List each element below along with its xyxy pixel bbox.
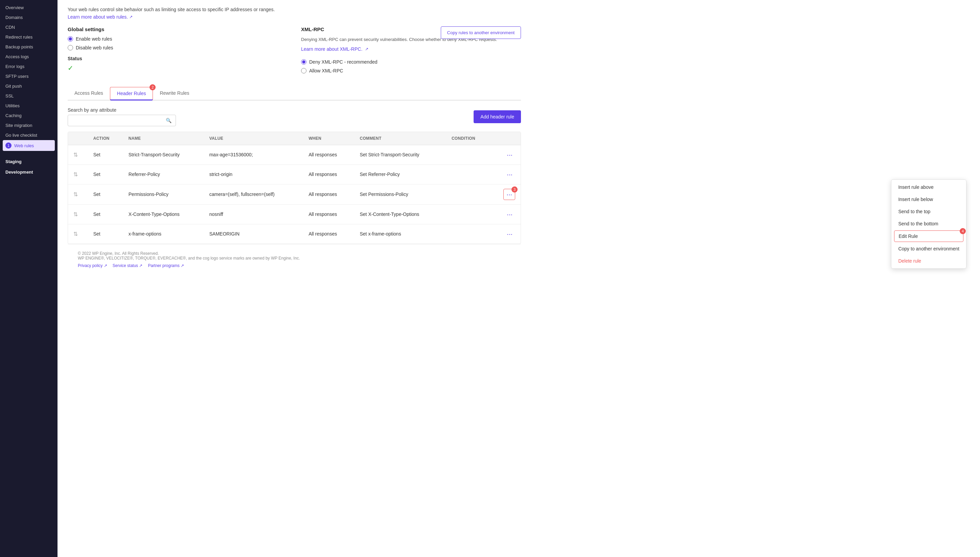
name-cell: Referrer-Policy xyxy=(123,164,204,184)
sidebar-item-git-push[interactable]: Git push xyxy=(0,81,57,91)
status-section: Status ✓ xyxy=(68,56,288,72)
table-row: ⇅ Set X-Content-Type-Options nosniff All… xyxy=(68,204,521,224)
action-cell: Set xyxy=(88,204,123,224)
more-options-button[interactable]: ··· xyxy=(504,209,515,220)
more-cell: 3 ··· xyxy=(491,184,521,204)
more-options-button[interactable]: ··· xyxy=(504,169,515,180)
col-condition: CONDITION xyxy=(446,132,491,145)
context-menu-item-delete-rule[interactable]: Delete rule xyxy=(891,255,966,267)
status-indicator: ✓ xyxy=(68,64,73,72)
footer-link-privacy[interactable]: Privacy policy ↗ xyxy=(78,263,107,268)
deny-xml-rpc-radio[interactable] xyxy=(301,59,307,65)
comment-cell: Set X-Content-Type-Options xyxy=(354,204,446,224)
disable-web-rules-option[interactable]: Disable web rules xyxy=(68,45,288,50)
footer: © 2022 WP Engine, Inc. All Rights Reserv… xyxy=(68,244,521,275)
sidebar-item-caching[interactable]: Caching xyxy=(0,111,57,121)
condition-cell xyxy=(446,224,491,244)
sidebar-item-overview[interactable]: Overview xyxy=(0,3,57,13)
sidebar-item-domains[interactable]: Domains xyxy=(0,13,57,22)
xml-rpc-learn-more-link[interactable]: Learn more about XML-RPC. ↗ xyxy=(301,46,368,52)
sidebar-item-utilities[interactable]: Utilities xyxy=(0,101,57,111)
condition-cell xyxy=(446,164,491,184)
web-rules-badge: 1 xyxy=(5,142,11,148)
description-text: Your web rules control site behavior suc… xyxy=(68,7,521,12)
more-options-button[interactable]: 3 ··· xyxy=(503,189,515,200)
deny-xml-rpc-option[interactable]: Deny XML-RPC - recommended xyxy=(301,59,521,65)
sidebar-item-web-rules-label: Web rules xyxy=(14,143,34,148)
footer-link-partner[interactable]: Partner programs ↗ xyxy=(148,263,184,268)
global-settings: Global settings Enable web rules Disable… xyxy=(68,26,288,79)
rules-tabs: Access Rules 2 Header Rules Rewrite Rule… xyxy=(68,87,521,101)
sidebar-item-web-rules[interactable]: 1 Web rules xyxy=(3,140,55,151)
context-menu-item-copy-env[interactable]: Copy to another environment xyxy=(891,243,966,255)
action-cell: Set xyxy=(88,164,123,184)
name-cell: X-Content-Type-Options xyxy=(123,204,204,224)
footer-link-status[interactable]: Service status ↗ xyxy=(113,263,143,268)
col-action: ACTION xyxy=(88,132,123,145)
copy-rules-button[interactable]: Copy rules to another environment xyxy=(441,26,521,39)
search-input[interactable] xyxy=(72,118,163,123)
table-row: ⇅ Set x-frame-options SAMEORIGIN All res… xyxy=(68,224,521,244)
value-cell: strict-origin xyxy=(204,164,303,184)
drag-handle-icon[interactable]: ⇅ xyxy=(73,212,78,217)
col-actions xyxy=(491,132,521,145)
footer-partner-label: Partner programs xyxy=(148,263,179,268)
tab-rewrite-rules[interactable]: Rewrite Rules xyxy=(153,87,196,101)
footer-status-icon: ↗ xyxy=(139,263,142,268)
sidebar-item-cdn[interactable]: CDN xyxy=(0,22,57,32)
more-options-button[interactable]: ··· xyxy=(504,229,515,239)
sidebar-item-backup-points[interactable]: Backup points xyxy=(0,42,57,52)
content-area: Your web rules control site behavior suc… xyxy=(57,0,531,282)
context-menu-item-edit-rule[interactable]: Edit Rule4 xyxy=(894,230,964,242)
tab-header-rules-badge: 2 xyxy=(150,84,156,90)
tab-rewrite-rules-label: Rewrite Rules xyxy=(160,90,189,96)
edit-rule-badge: 4 xyxy=(960,228,966,234)
enable-web-rules-radio[interactable] xyxy=(68,36,73,42)
drag-handle-cell: ⇅ xyxy=(68,145,88,164)
context-menu-item-send-bottom[interactable]: Send to the bottom xyxy=(891,218,966,230)
more-options-button[interactable]: ··· xyxy=(504,150,515,160)
page-description: Your web rules control site behavior suc… xyxy=(68,7,521,20)
sidebar-item-sftp-users[interactable]: SFTP users xyxy=(0,72,57,81)
search-label: Search by any attribute xyxy=(68,107,176,113)
sidebar-staging[interactable]: Staging xyxy=(0,156,57,167)
sidebar-item-access-logs[interactable]: Access logs xyxy=(0,52,57,62)
main-content: Your web rules control site behavior suc… xyxy=(57,0,980,557)
drag-handle-icon[interactable]: ⇅ xyxy=(73,152,78,158)
name-cell: Strict-Transport-Security xyxy=(123,145,204,164)
context-menu-item-send-top[interactable]: Send to the top xyxy=(891,205,966,218)
footer-partner-icon: ↗ xyxy=(180,263,184,268)
enable-web-rules-option[interactable]: Enable web rules xyxy=(68,36,288,42)
sidebar-item-site-migration[interactable]: Site migration xyxy=(0,121,57,130)
search-box[interactable]: 🔍 xyxy=(68,115,176,126)
tab-header-rules[interactable]: 2 Header Rules xyxy=(110,87,153,101)
sidebar-development[interactable]: Development xyxy=(0,167,57,178)
drag-handle-icon[interactable]: ⇅ xyxy=(73,171,78,178)
more-cell: ··· xyxy=(491,224,521,244)
table-body: ⇅ Set Strict-Transport-Security max-age=… xyxy=(68,145,521,244)
when-cell: All responses xyxy=(303,204,354,224)
more-cell: ··· xyxy=(491,164,521,184)
allow-xml-rpc-radio[interactable] xyxy=(301,68,307,73)
sidebar-item-error-logs[interactable]: Error logs xyxy=(0,62,57,72)
learn-more-label: Learn more about web rules. xyxy=(68,14,128,20)
sidebar-item-redirect-rules[interactable]: Redirect rules xyxy=(0,32,57,42)
learn-more-link[interactable]: Learn more about web rules. ↗ xyxy=(68,14,133,20)
comment-cell: Set x-frame-options xyxy=(354,224,446,244)
context-menu-item-insert-below[interactable]: Insert rule below xyxy=(891,193,966,205)
allow-xml-rpc-option[interactable]: Allow XML-RPC xyxy=(301,68,521,73)
footer-privacy-label: Privacy policy xyxy=(78,263,102,268)
col-comment: COMMENT xyxy=(354,132,446,145)
add-header-rule-button[interactable]: Add header rule xyxy=(474,110,521,123)
disable-web-rules-radio[interactable] xyxy=(68,45,73,50)
value-cell: SAMEORIGIN xyxy=(204,224,303,244)
drag-handle-icon[interactable]: ⇅ xyxy=(73,231,78,237)
drag-handle-icon[interactable]: ⇅ xyxy=(73,192,78,197)
enable-web-rules-label: Enable web rules xyxy=(76,36,112,42)
tab-access-rules[interactable]: Access Rules xyxy=(68,87,110,101)
sidebar-item-go-live-checklist[interactable]: Go live checklist xyxy=(0,130,57,140)
footer-privacy-icon: ↗ xyxy=(104,263,107,268)
sidebar-item-ssl[interactable]: SSL xyxy=(0,91,57,101)
context-menu-item-insert-above[interactable]: Insert rule above xyxy=(891,181,966,193)
name-cell: x-frame-options xyxy=(123,224,204,244)
